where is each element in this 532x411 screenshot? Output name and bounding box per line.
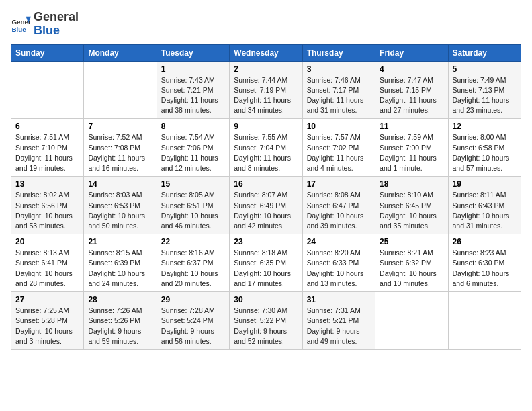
column-header-thursday: Thursday xyxy=(302,44,375,61)
day-cell: 19Sunrise: 8:11 AM Sunset: 6:43 PM Dayli… xyxy=(448,177,521,234)
day-cell: 17Sunrise: 8:08 AM Sunset: 6:47 PM Dayli… xyxy=(302,177,375,234)
day-cell: 30Sunrise: 7:30 AM Sunset: 5:22 PM Dayli… xyxy=(230,292,302,350)
day-cell: 20Sunrise: 8:13 AM Sunset: 6:41 PM Dayli… xyxy=(11,234,84,292)
day-info: Sunrise: 8:13 AM Sunset: 6:41 PM Dayligh… xyxy=(15,248,79,289)
day-cell: 10Sunrise: 7:57 AM Sunset: 7:02 PM Dayli… xyxy=(302,119,375,177)
day-number: 9 xyxy=(234,122,298,131)
day-number: 25 xyxy=(380,237,443,246)
day-cell: 21Sunrise: 8:15 AM Sunset: 6:39 PM Dayli… xyxy=(84,234,157,292)
day-cell xyxy=(375,292,448,350)
day-cell: 25Sunrise: 8:21 AM Sunset: 6:32 PM Dayli… xyxy=(375,234,448,292)
day-number: 16 xyxy=(234,179,298,189)
day-cell: 1Sunrise: 7:43 AM Sunset: 7:21 PM Daylig… xyxy=(157,61,229,119)
week-row-4: 20Sunrise: 8:13 AM Sunset: 6:41 PM Dayli… xyxy=(11,234,521,292)
day-info: Sunrise: 7:28 AM Sunset: 5:24 PM Dayligh… xyxy=(161,306,225,347)
day-info: Sunrise: 8:02 AM Sunset: 6:56 PM Dayligh… xyxy=(15,190,79,231)
day-info: Sunrise: 8:15 AM Sunset: 6:39 PM Dayligh… xyxy=(88,248,152,289)
day-cell: 24Sunrise: 8:20 AM Sunset: 6:33 PM Dayli… xyxy=(302,234,375,292)
day-number: 8 xyxy=(161,122,225,131)
day-info: Sunrise: 8:20 AM Sunset: 6:33 PM Dayligh… xyxy=(307,248,371,289)
logo-text: General Blue xyxy=(34,11,79,38)
column-header-monday: Monday xyxy=(84,44,157,61)
week-row-3: 13Sunrise: 8:02 AM Sunset: 6:56 PM Dayli… xyxy=(11,177,521,234)
day-cell: 23Sunrise: 8:18 AM Sunset: 6:35 PM Dayli… xyxy=(230,234,302,292)
day-number: 30 xyxy=(234,295,298,304)
day-info: Sunrise: 7:25 AM Sunset: 5:28 PM Dayligh… xyxy=(15,306,79,347)
day-cell: 29Sunrise: 7:28 AM Sunset: 5:24 PM Dayli… xyxy=(157,292,229,350)
day-cell: 2Sunrise: 7:44 AM Sunset: 7:19 PM Daylig… xyxy=(230,61,302,119)
day-cell: 31Sunrise: 7:31 AM Sunset: 5:21 PM Dayli… xyxy=(302,292,375,350)
day-info: Sunrise: 7:26 AM Sunset: 5:26 PM Dayligh… xyxy=(88,306,152,347)
day-number: 17 xyxy=(307,179,371,189)
day-cell: 7Sunrise: 7:52 AM Sunset: 7:08 PM Daylig… xyxy=(84,119,157,177)
day-info: Sunrise: 7:47 AM Sunset: 7:15 PM Dayligh… xyxy=(380,75,443,116)
day-info: Sunrise: 7:59 AM Sunset: 7:00 PM Dayligh… xyxy=(380,132,443,173)
day-number: 28 xyxy=(88,295,152,304)
day-number: 3 xyxy=(307,64,371,74)
day-cell: 5Sunrise: 7:49 AM Sunset: 7:13 PM Daylig… xyxy=(448,61,521,119)
day-cell: 28Sunrise: 7:26 AM Sunset: 5:26 PM Dayli… xyxy=(84,292,157,350)
day-info: Sunrise: 7:31 AM Sunset: 5:21 PM Dayligh… xyxy=(307,306,371,347)
column-header-sunday: Sunday xyxy=(11,44,84,61)
day-cell xyxy=(448,292,521,350)
day-info: Sunrise: 8:21 AM Sunset: 6:32 PM Dayligh… xyxy=(380,248,443,289)
day-number: 7 xyxy=(88,122,152,131)
day-number: 10 xyxy=(307,122,371,131)
day-cell: 18Sunrise: 8:10 AM Sunset: 6:45 PM Dayli… xyxy=(375,177,448,234)
day-info: Sunrise: 7:57 AM Sunset: 7:02 PM Dayligh… xyxy=(307,132,371,173)
day-number: 13 xyxy=(15,179,79,189)
day-info: Sunrise: 8:07 AM Sunset: 6:49 PM Dayligh… xyxy=(234,190,298,231)
day-info: Sunrise: 8:00 AM Sunset: 6:58 PM Dayligh… xyxy=(453,132,517,173)
day-info: Sunrise: 8:16 AM Sunset: 6:37 PM Dayligh… xyxy=(161,248,225,289)
day-number: 5 xyxy=(453,64,517,74)
day-number: 20 xyxy=(15,237,79,246)
day-number: 26 xyxy=(453,237,517,246)
day-cell: 8Sunrise: 7:54 AM Sunset: 7:06 PM Daylig… xyxy=(157,119,229,177)
day-number: 24 xyxy=(307,237,371,246)
day-cell: 15Sunrise: 8:05 AM Sunset: 6:51 PM Dayli… xyxy=(157,177,229,234)
day-number: 6 xyxy=(15,122,79,131)
day-number: 29 xyxy=(161,295,225,304)
day-info: Sunrise: 8:10 AM Sunset: 6:45 PM Dayligh… xyxy=(380,190,443,231)
day-cell: 4Sunrise: 7:47 AM Sunset: 7:15 PM Daylig… xyxy=(375,61,448,119)
day-info: Sunrise: 7:44 AM Sunset: 7:19 PM Dayligh… xyxy=(234,75,298,116)
day-info: Sunrise: 8:08 AM Sunset: 6:47 PM Dayligh… xyxy=(307,190,371,231)
day-number: 2 xyxy=(234,64,298,74)
day-info: Sunrise: 7:49 AM Sunset: 7:13 PM Dayligh… xyxy=(453,75,517,116)
day-number: 4 xyxy=(380,64,443,74)
week-row-2: 6Sunrise: 7:51 AM Sunset: 7:10 PM Daylig… xyxy=(11,119,521,177)
day-number: 1 xyxy=(161,64,225,74)
day-info: Sunrise: 7:30 AM Sunset: 5:22 PM Dayligh… xyxy=(234,306,298,347)
day-cell xyxy=(11,61,84,119)
column-header-friday: Friday xyxy=(375,44,448,61)
week-row-5: 27Sunrise: 7:25 AM Sunset: 5:28 PM Dayli… xyxy=(11,292,521,350)
day-info: Sunrise: 8:18 AM Sunset: 6:35 PM Dayligh… xyxy=(234,248,298,289)
day-number: 11 xyxy=(380,122,443,131)
day-number: 23 xyxy=(234,237,298,246)
day-cell: 14Sunrise: 8:03 AM Sunset: 6:53 PM Dayli… xyxy=(84,177,157,234)
svg-text:Blue: Blue xyxy=(12,25,27,32)
day-number: 22 xyxy=(161,237,225,246)
column-header-tuesday: Tuesday xyxy=(157,44,229,61)
day-cell: 11Sunrise: 7:59 AM Sunset: 7:00 PM Dayli… xyxy=(375,119,448,177)
day-info: Sunrise: 8:11 AM Sunset: 6:43 PM Dayligh… xyxy=(453,190,517,231)
day-info: Sunrise: 7:46 AM Sunset: 7:17 PM Dayligh… xyxy=(307,75,371,116)
day-number: 15 xyxy=(161,179,225,189)
day-cell: 26Sunrise: 8:23 AM Sunset: 6:30 PM Dayli… xyxy=(448,234,521,292)
day-info: Sunrise: 8:03 AM Sunset: 6:53 PM Dayligh… xyxy=(88,190,152,231)
day-number: 27 xyxy=(15,295,79,304)
day-number: 21 xyxy=(88,237,152,246)
day-info: Sunrise: 7:52 AM Sunset: 7:08 PM Dayligh… xyxy=(88,132,152,173)
week-row-1: 1Sunrise: 7:43 AM Sunset: 7:21 PM Daylig… xyxy=(11,61,521,119)
day-cell: 13Sunrise: 8:02 AM Sunset: 6:56 PM Dayli… xyxy=(11,177,84,234)
logo: General Blue General Blue xyxy=(11,11,79,38)
day-info: Sunrise: 7:43 AM Sunset: 7:21 PM Dayligh… xyxy=(161,75,225,116)
day-info: Sunrise: 8:05 AM Sunset: 6:51 PM Dayligh… xyxy=(161,190,225,231)
day-number: 18 xyxy=(380,179,443,189)
day-number: 19 xyxy=(453,179,517,189)
day-info: Sunrise: 7:55 AM Sunset: 7:04 PM Dayligh… xyxy=(234,132,298,173)
day-cell: 27Sunrise: 7:25 AM Sunset: 5:28 PM Dayli… xyxy=(11,292,84,350)
day-info: Sunrise: 7:51 AM Sunset: 7:10 PM Dayligh… xyxy=(15,132,79,173)
calendar-table: SundayMondayTuesdayWednesdayThursdayFrid… xyxy=(11,44,521,350)
day-number: 14 xyxy=(88,179,152,189)
